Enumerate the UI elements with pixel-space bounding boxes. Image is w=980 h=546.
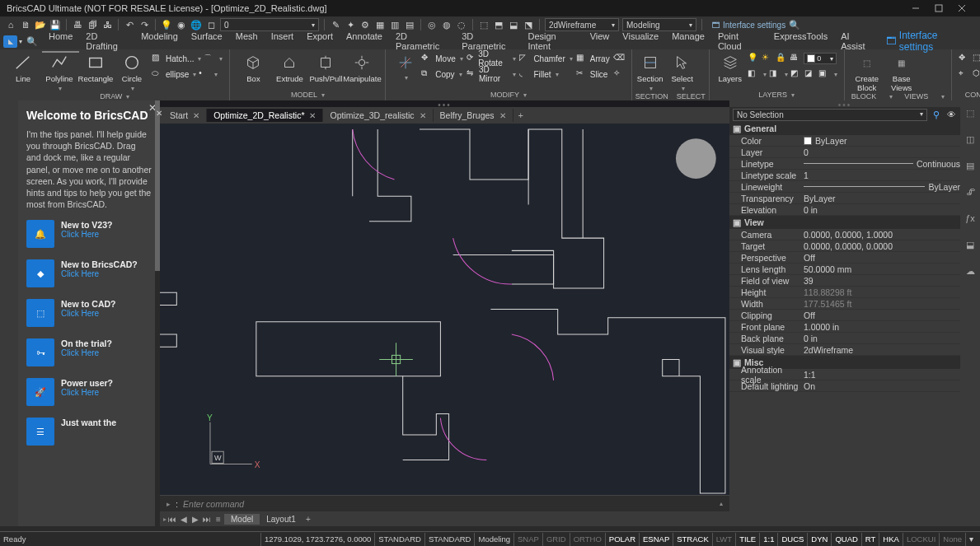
publish-icon[interactable]: 🖧 (101, 19, 113, 30)
box-tool[interactable]: Box (237, 51, 270, 83)
doc-tab-close-3[interactable]: ✕ (499, 111, 506, 120)
prop-visual-style[interactable]: Visual style2dWireframe (729, 344, 960, 356)
redo-icon[interactable]: ↷ (138, 19, 150, 30)
menu-search-icon[interactable]: 🔍 (26, 36, 39, 47)
status-toggle-rt[interactable]: RT (861, 533, 879, 546)
status-toggle-lockui[interactable]: LOCKUI (903, 533, 939, 546)
layer-small-3-icon[interactable]: ◩ (790, 68, 802, 80)
q-tool-6-icon[interactable]: ▤ (404, 19, 415, 30)
layer-small-5-icon[interactable]: ▣ (818, 68, 830, 80)
layer-lock-icon[interactable]: 🔒 (776, 53, 787, 64)
slice-tool[interactable]: ✂Slice (576, 67, 610, 82)
q-tool-11-icon[interactable]: ⬒ (493, 19, 504, 30)
home-icon[interactable]: ⌂ (5, 19, 16, 30)
status-toggle-dyn[interactable]: DYN (807, 533, 831, 546)
drawing-canvas[interactable]: X Y W (160, 124, 729, 495)
prop-annotation-scale[interactable]: Annotation scale1:1 (729, 369, 960, 380)
ellipse-tool[interactable]: ⬭ellipse▾ •▾ (152, 67, 223, 82)
tip-card-link-4[interactable]: Click Here (61, 388, 113, 397)
right-panel-6-icon[interactable]: ⬓ (963, 237, 978, 252)
right-panel-3-icon[interactable]: ▤ (963, 158, 978, 173)
layout-nav-last[interactable]: ⏭ (201, 515, 213, 524)
save-icon[interactable]: 💾 (49, 19, 61, 30)
layer-white-icon[interactable]: ◻ (205, 19, 217, 30)
rectangle-tool[interactable]: Rectangle (79, 51, 112, 83)
layout-nav-next[interactable]: ▶ (190, 515, 201, 524)
array-tool[interactable]: ▦Array (576, 51, 610, 66)
rotate3d-tool[interactable]: ⟳3D Rotate▾ (467, 51, 517, 66)
q-tool-9-icon[interactable]: ◌ (456, 19, 467, 30)
circle-tool[interactable]: Circle▾ (115, 51, 148, 92)
create-block-tool[interactable]: ⬚Create Block (851, 51, 883, 92)
layer-small-2-icon[interactable]: ◨ (769, 68, 781, 80)
erase-tool[interactable]: ⌫ (613, 51, 625, 66)
status-toggle-polar[interactable]: POLAR (605, 533, 639, 546)
layout-tab-layout1[interactable]: Layout1 (260, 514, 302, 525)
app-logo-icon[interactable]: ◣ (3, 35, 17, 48)
q-tool-4-icon[interactable]: ▦ (374, 19, 386, 30)
prop-height[interactable]: Height118.88298 ft (729, 287, 960, 298)
layer-sun-icon[interactable]: ☀ (762, 53, 773, 64)
props-grip[interactable]: ••• (729, 100, 960, 107)
prop-elevation[interactable]: Elevation0 in (729, 204, 960, 216)
status-std2[interactable]: STANDARD (424, 533, 475, 546)
lightbulb-icon[interactable]: 💡 (161, 19, 172, 30)
ctrl-1-icon[interactable]: ✥ (959, 53, 970, 64)
prop-transparency[interactable]: TransparencyByLayer (729, 193, 960, 204)
ctrl-6-icon[interactable]: ⬡ (973, 68, 980, 80)
layer-small-4-icon[interactable]: ◪ (804, 68, 816, 80)
status-menu-icon[interactable]: ▾ (965, 533, 977, 546)
doc-tab-close-0[interactable]: ✕ (193, 111, 199, 120)
layout-tab-add[interactable]: + (302, 515, 314, 524)
q-tool-7-icon[interactable]: ◎ (426, 19, 438, 30)
tip-card-0[interactable]: 🔔New to V23?Click Here (26, 220, 152, 248)
prop-lens-length[interactable]: Lens length50.0000 mm (729, 264, 960, 275)
status-toggle-11[interactable]: 1:1 (759, 533, 777, 546)
prop-default-lighting[interactable]: Default lightingOn (729, 380, 960, 392)
prop-lineweight[interactable]: LineweightByLayer (729, 181, 960, 193)
prop-width[interactable]: Width177.51465 ft (729, 298, 960, 310)
status-toggle-quad[interactable]: QUAD (831, 533, 860, 546)
prop-front-plane[interactable]: Front plane1.0000 in (729, 321, 960, 333)
fillet-tool[interactable]: ◟Fillet▾ (519, 67, 572, 82)
polyline-tool[interactable]: Polyline▾ (43, 51, 76, 92)
base-views-tool[interactable]: ▦Base Views (886, 51, 917, 92)
new-icon[interactable]: 🗎 (20, 19, 31, 30)
chamfer-tool[interactable]: ◸Chamfer▾ (519, 51, 572, 66)
tab-add-button[interactable]: + (513, 110, 528, 120)
props-filter-icon[interactable]: ⚲ (931, 109, 942, 120)
doc-tab-close-1[interactable]: ✕ (309, 111, 316, 120)
tip-card-1[interactable]: ◆New to BricsCAD?Click Here (26, 259, 152, 287)
tip-card-3[interactable]: 🗝On the trial?Click Here (26, 338, 152, 366)
prop-linetype[interactable]: LinetypeContinuous (729, 158, 960, 170)
move-tool[interactable]: ✥Move▾ (421, 51, 462, 66)
prop-back-plane[interactable]: Back plane0 in (729, 333, 960, 344)
status-toggle-ducs[interactable]: DUCS (777, 533, 807, 546)
extrude-tool[interactable]: Extrude (273, 51, 306, 83)
right-panel-1-icon[interactable]: ⬚ (963, 105, 978, 120)
preview-icon[interactable]: 🗐 (87, 19, 98, 30)
status-toggle-lwt[interactable]: LWT (712, 533, 735, 546)
status-std1[interactable]: STANDARD (374, 533, 424, 546)
prop-camera[interactable]: Camera0.0000, 0.0000, 1.0000 (729, 229, 960, 240)
explode-tool[interactable]: ✧ (613, 67, 625, 82)
prop-target[interactable]: Target0.0000, 0.0000, 0.0000 (729, 240, 960, 252)
section-tool[interactable]: Section▾ (635, 51, 665, 92)
layout-tab-model[interactable]: Model (224, 514, 260, 525)
layout-nav-list[interactable]: ≡ (213, 515, 224, 524)
open-icon[interactable]: 📂 (35, 19, 46, 30)
help-icon[interactable]: 🔍 (789, 19, 800, 30)
q-tool-8-icon[interactable]: ◍ (441, 19, 452, 30)
maximize-button[interactable] (927, 0, 950, 16)
layer-current-dropdown[interactable]: 0▾ (804, 53, 837, 64)
manipulate-tool[interactable]: Manipulate (345, 51, 378, 83)
q-tool-2-icon[interactable]: ✦ (345, 19, 356, 30)
status-toggle-none[interactable]: None (939, 533, 965, 546)
spot-icon[interactable]: ◉ (176, 19, 187, 30)
left-tool-strip[interactable] (0, 100, 18, 526)
tip-card-link-1[interactable]: Click Here (61, 269, 138, 278)
doc-tab-2[interactable]: Optimize_3D_realistic✕ (323, 109, 433, 122)
right-panel-5-icon[interactable]: ƒx (963, 211, 978, 226)
doc-tab-close-2[interactable]: ✕ (420, 111, 426, 120)
tip-card-link-2[interactable]: Click Here (61, 309, 116, 318)
